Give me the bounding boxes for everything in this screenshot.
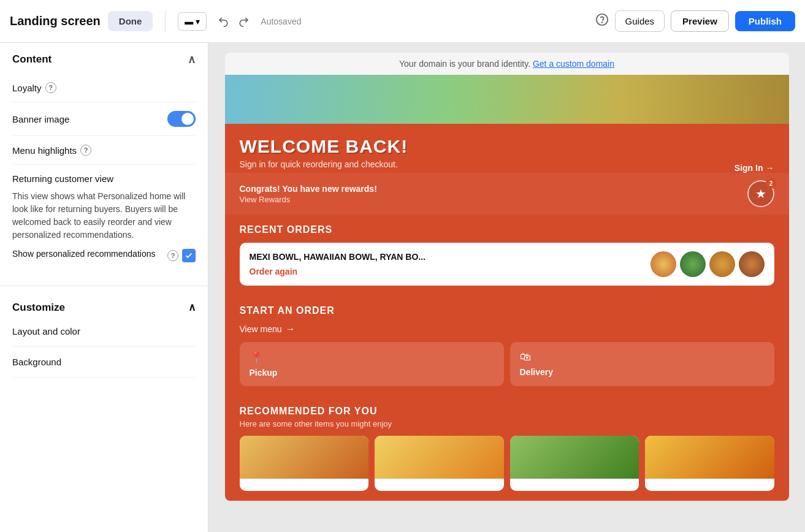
show-personalized-controls: ? bbox=[167, 249, 196, 262]
topbar: Landing screen Done ▬ ▾ Autosaved Guides… bbox=[0, 0, 805, 43]
pickup-label: Pickup bbox=[250, 368, 494, 378]
show-personalized-row: Show personalized recommendations ? bbox=[12, 249, 196, 262]
food-card-img-1 bbox=[240, 436, 369, 479]
order-again-link[interactable]: Order again bbox=[250, 267, 426, 276]
undo-button[interactable] bbox=[214, 12, 232, 31]
sidebar-main-divider bbox=[0, 286, 208, 286]
content-section: Content ∧ Loyalty ? Banner image Menu hi… bbox=[0, 43, 208, 281]
delivery-label: Delivery bbox=[520, 367, 765, 377]
food-card-3 bbox=[510, 436, 639, 491]
order-card: MEXI BOWL, HAWAIIAN BOWL, RYAN BO... Ord… bbox=[240, 243, 774, 286]
content-section-title: Content bbox=[12, 53, 52, 66]
show-personalized-checkbox[interactable] bbox=[182, 249, 196, 262]
preview-pane: Your domain is your brand identity. Get … bbox=[208, 43, 805, 532]
banner-image-bg bbox=[225, 75, 789, 124]
preview-button[interactable]: Preview bbox=[671, 10, 729, 32]
publish-button[interactable]: Publish bbox=[735, 11, 795, 31]
screen-icon: ▬ bbox=[185, 17, 193, 26]
preview-container: Your domain is your brand identity. Get … bbox=[225, 53, 789, 501]
start-order-heading: START AN ORDER bbox=[240, 305, 774, 316]
banner-image-label: Banner image bbox=[12, 114, 69, 124]
rewards-text: Congrats! You have new rewards! View Rew… bbox=[240, 184, 377, 204]
undo-redo-group bbox=[214, 12, 253, 31]
recommended-section: RECOMMENDED FOR YOU Here are some other … bbox=[225, 396, 789, 501]
food-image-4 bbox=[739, 251, 765, 277]
food-grid bbox=[240, 436, 774, 491]
food-card-1 bbox=[240, 436, 369, 491]
guides-button[interactable]: Guides bbox=[615, 10, 665, 32]
returning-customer-section: Returning customer view This view shows … bbox=[12, 165, 196, 271]
customize-chevron-icon: ∧ bbox=[188, 301, 196, 314]
redo-button[interactable] bbox=[235, 12, 253, 31]
sidebar: Content ∧ Loyalty ? Banner image Menu hi… bbox=[0, 43, 208, 532]
banner-image-item: Banner image bbox=[12, 102, 196, 136]
view-rewards-link[interactable]: View Rewards bbox=[240, 195, 377, 204]
screen-selector[interactable]: ▬ ▾ bbox=[178, 12, 207, 31]
app-preview: WELCOME BACK! Sign in for quick reorderi… bbox=[225, 75, 789, 501]
food-image-2 bbox=[680, 251, 706, 277]
rewards-congrats: Congrats! You have new rewards! bbox=[240, 184, 377, 194]
view-menu-arrow-icon: → bbox=[286, 324, 296, 335]
order-options: 📍 Pickup 🛍 Delivery bbox=[240, 342, 774, 386]
autosave-status: Autosaved bbox=[261, 17, 301, 26]
view-menu-link[interactable]: View menu bbox=[240, 324, 282, 334]
recent-orders-heading: RECENT ORDERS bbox=[240, 224, 774, 235]
order-title: MEXI BOWL, HAWAIIAN BOWL, RYAN BO... bbox=[250, 252, 426, 262]
welcome-title: WELCOME BACK! bbox=[240, 136, 774, 157]
content-section-header[interactable]: Content ∧ bbox=[12, 53, 196, 66]
layout-color-item[interactable]: Layout and color bbox=[12, 316, 196, 347]
help-button[interactable] bbox=[595, 13, 609, 29]
content-chevron-icon: ∧ bbox=[188, 53, 196, 66]
loyalty-label: Loyalty ? bbox=[12, 82, 56, 93]
delivery-option[interactable]: 🛍 Delivery bbox=[510, 342, 774, 386]
toggle-slider bbox=[167, 111, 196, 127]
banner-image-toggle[interactable] bbox=[167, 111, 196, 127]
menu-highlights-help-icon[interactable]: ? bbox=[80, 145, 91, 156]
show-personalized-help-icon[interactable]: ? bbox=[167, 250, 178, 261]
page-title: Landing screen bbox=[10, 14, 101, 28]
food-card-img-4 bbox=[645, 436, 774, 479]
divider bbox=[165, 10, 166, 32]
loyalty-item: Loyalty ? bbox=[12, 74, 196, 102]
menu-highlights-label: Menu highlights ? bbox=[12, 145, 91, 156]
returning-customer-header: Returning customer view bbox=[12, 173, 196, 184]
food-card-img-2 bbox=[375, 436, 504, 479]
sign-in-link[interactable]: Sign In → bbox=[734, 163, 774, 173]
food-card-img-3 bbox=[510, 436, 639, 479]
arrow-right-icon: → bbox=[766, 163, 774, 173]
svg-point-1 bbox=[601, 22, 602, 23]
rewards-badge: ★ 2 bbox=[747, 180, 774, 207]
delivery-icon: 🛍 bbox=[520, 351, 765, 363]
topbar-actions: Guides Preview Publish bbox=[595, 10, 795, 32]
food-card-2 bbox=[375, 436, 504, 491]
recommended-heading: RECOMMENDED FOR YOU bbox=[240, 406, 774, 417]
food-card-4 bbox=[645, 436, 774, 491]
recent-orders-section: RECENT ORDERS MEXI BOWL, HAWAIIAN BOWL, … bbox=[225, 215, 789, 295]
food-images bbox=[650, 251, 765, 277]
start-order-section: START AN ORDER View menu → 📍 Pickup 🛍 De… bbox=[225, 295, 789, 396]
custom-domain-link[interactable]: Get a custom domain bbox=[533, 59, 614, 69]
main-layout: Content ∧ Loyalty ? Banner image Menu hi… bbox=[0, 43, 805, 532]
customize-section: Customize ∧ Layout and color Background bbox=[0, 291, 208, 387]
pickup-option[interactable]: 📍 Pickup bbox=[240, 342, 504, 386]
screen-chevron: ▾ bbox=[196, 17, 200, 26]
view-menu-row: View menu → bbox=[240, 324, 774, 335]
customize-section-header[interactable]: Customize ∧ bbox=[12, 301, 196, 314]
loyalty-help-icon[interactable]: ? bbox=[45, 82, 56, 93]
menu-highlights-item: Menu highlights ? bbox=[12, 136, 196, 165]
banner-image-preview bbox=[225, 75, 789, 124]
order-card-content: MEXI BOWL, HAWAIIAN BOWL, RYAN BO... Ord… bbox=[250, 252, 426, 276]
rewards-row: Congrats! You have new rewards! View Rew… bbox=[225, 173, 789, 215]
returning-customer-desc: This view shows what Personalized home w… bbox=[12, 190, 196, 241]
food-image-3 bbox=[709, 251, 735, 277]
background-item[interactable]: Background bbox=[12, 347, 196, 378]
rewards-count-badge: 2 bbox=[766, 178, 777, 189]
recommended-subtitle: Here are some other items you might enjo… bbox=[240, 419, 774, 428]
domain-banner: Your domain is your brand identity. Get … bbox=[225, 53, 789, 75]
done-button[interactable]: Done bbox=[108, 11, 153, 31]
food-image-1 bbox=[650, 251, 676, 277]
show-personalized-label: Show personalized recommendations bbox=[12, 249, 160, 259]
pickup-icon: 📍 bbox=[250, 351, 494, 364]
